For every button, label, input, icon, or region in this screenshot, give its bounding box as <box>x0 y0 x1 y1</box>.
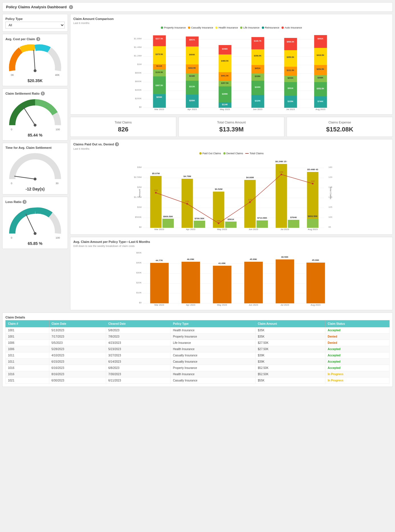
bar-jun-casualty <box>252 65 264 74</box>
loss-ratio-info-icon[interactable]: ℹ <box>23 200 27 204</box>
policy-type-select[interactable]: All Property Insurance Casualty Insuranc… <box>5 22 65 29</box>
bar-aug-health <box>314 48 327 65</box>
svg-text:40K: 40K <box>55 74 60 76</box>
svg-text:0: 0 <box>11 128 12 131</box>
svg-text:$418.5K: $418.5K <box>317 54 324 56</box>
cell-policy-type: Casualty Insurance <box>171 359 256 365</box>
svg-text:$909.50K: $909.50K <box>163 215 173 218</box>
bar-mar-paid <box>150 176 162 228</box>
svg-text:$500K: $500K <box>135 216 142 218</box>
legend-paid-dot <box>199 152 202 155</box>
cell-claim-status: Accepted <box>325 352 389 359</box>
line-point-jul <box>281 174 282 175</box>
svg-text:May 2023: May 2023 <box>220 108 230 111</box>
svg-text:120: 120 <box>329 176 333 178</box>
svg-text:$1.20M: $1.20M <box>134 54 142 57</box>
svg-text:$1.60M: $1.60M <box>134 37 142 40</box>
svg-text:$313K: $313K <box>189 86 195 88</box>
claims-paid-denied-title: Claims Paid Out vs. Denied ℹ <box>73 142 390 146</box>
line-point-mar <box>155 192 157 194</box>
claims-paid-denied-subtitle: Last 6 Months <box>73 147 390 150</box>
svg-text:121: 121 <box>185 200 189 203</box>
svg-text:$359.5K: $359.5K <box>287 56 294 58</box>
svg-text:$297.5K: $297.5K <box>221 82 228 84</box>
settlement-ratio-info-icon[interactable]: ℹ <box>41 92 45 96</box>
bar-apr-life <box>186 74 199 81</box>
loss-ratio-title: Loss Ratio ℹ <box>5 200 65 204</box>
table-row: 1011 4/10/2023 3/27/2023 Casualty Insura… <box>6 352 390 359</box>
total-claims-line <box>156 174 313 223</box>
svg-text:May 2023: May 2023 <box>217 304 227 306</box>
svg-text:95: 95 <box>329 226 331 228</box>
claims-expense-value: $152.08K <box>290 126 389 133</box>
svg-text:$744K: $744K <box>317 100 323 103</box>
svg-point-1 <box>34 69 37 72</box>
avg-cost-info-icon[interactable]: ℹ <box>36 37 40 41</box>
bar-aug-denied <box>307 219 319 228</box>
bar-apr-reinsurance <box>186 81 199 95</box>
svg-point-5 <box>34 124 37 127</box>
svg-text:$114K: $114K <box>222 103 228 106</box>
cell-claim-status: Accepted <box>325 365 389 371</box>
legend-reinsurance: Reinsurance <box>262 26 279 29</box>
claims-paid-denied-chart: $0 $500K $1M $1.50M $2M $2.50M $3M 95 10… <box>73 157 390 231</box>
bar-aug-auto <box>314 35 327 48</box>
cell-claim-amount: $55K <box>256 377 325 384</box>
total-claims-label: Total Claims <box>74 121 173 124</box>
cell-claim-amount: $39K <box>256 352 325 359</box>
svg-text:Jul 2023: Jul 2023 <box>286 108 295 111</box>
avg-claim-policy-chart: $0 $10K $20K $30K $40K $60K 44.77K <box>73 249 390 306</box>
col-policy-type: Policy Type <box>171 320 256 327</box>
legend-auto-dot <box>281 27 284 29</box>
svg-text:$200K: $200K <box>135 97 142 100</box>
svg-text:$140.7K: $140.7K <box>254 40 261 42</box>
cell-claim-date: 7/17/2023 <box>49 334 106 340</box>
svg-text:Aug 2023: Aug 2023 <box>308 228 318 231</box>
table-row: 1001 7/17/2023 7/8/2023 Property Insuran… <box>6 334 390 340</box>
legend-total-line <box>245 153 249 154</box>
svg-text:$0: $0 <box>139 106 142 108</box>
cell-claim-status: Denied <box>325 340 389 346</box>
cell-claim-date: 6/30/2023 <box>49 377 106 384</box>
total-amount-value: $13.39M <box>182 126 281 133</box>
svg-text:Total Claims: Total Claims <box>329 187 332 199</box>
cell-claim-amount: $27.50K <box>256 346 325 352</box>
bar-jul-casualty <box>284 67 297 76</box>
cell-claim-num: 1006 <box>6 340 49 346</box>
legend-life: Life Insurance <box>240 26 260 29</box>
svg-text:$227.5K: $227.5K <box>155 38 163 40</box>
bar-jul-auto <box>284 38 297 50</box>
svg-text:$332.5K: $332.5K <box>188 67 196 69</box>
svg-text:$713.90K: $713.90K <box>257 217 267 219</box>
avg-claim-policy-card: Avg. Claim Amount per Policy Type—Last 6… <box>70 237 393 310</box>
svg-line-8 <box>15 176 35 179</box>
cell-claim-num: 1001 <box>6 327 49 334</box>
bar-may-health <box>219 54 232 72</box>
cell-claim-amount: $35K <box>256 327 325 334</box>
legend-paid: Paid Out Claims <box>199 152 221 155</box>
loss-ratio-gauge: 0 100 <box>7 205 64 239</box>
cell-claim-date: 5/13/2023 <box>49 327 106 334</box>
loss-ratio-value: 65.85 % <box>5 241 65 246</box>
svg-text:Amount: Amount <box>138 189 141 197</box>
svg-text:$451K: $451K <box>255 67 261 70</box>
left-column: Policy Type All Property Insurance Casua… <box>2 14 68 310</box>
dashboard-title: Policy Claims Analysis Dashboard <box>6 5 67 9</box>
main-grid: Policy Type All Property Insurance Casua… <box>2 14 393 310</box>
svg-text:Jun 2023: Jun 2023 <box>249 228 258 231</box>
svg-text:Jul 2023: Jul 2023 <box>280 304 289 306</box>
claim-amount-legend: Property Insurance Casualty Insurance He… <box>73 26 390 29</box>
svg-text:$1.40M: $1.40M <box>134 46 142 48</box>
cell-cleared-date: 4/23/2023 <box>106 340 171 346</box>
svg-text:$2.50M: $2.50M <box>134 176 142 178</box>
header-info-icon[interactable]: ℹ <box>69 5 73 9</box>
svg-text:Apr 2023: Apr 2023 <box>186 304 195 306</box>
bar-jul-paid <box>276 164 287 228</box>
legend-denied-dot <box>223 152 226 155</box>
svg-text:46.09K: 46.09K <box>187 258 195 261</box>
svg-text:Jun 2023: Jun 2023 <box>253 108 262 111</box>
claims-paid-denied-info[interactable]: ℹ <box>115 142 119 146</box>
svg-text:$6.24M 15↑: $6.24M 15↑ <box>276 160 287 163</box>
svg-line-0 <box>34 50 35 71</box>
bar-jun-auto <box>252 37 264 49</box>
